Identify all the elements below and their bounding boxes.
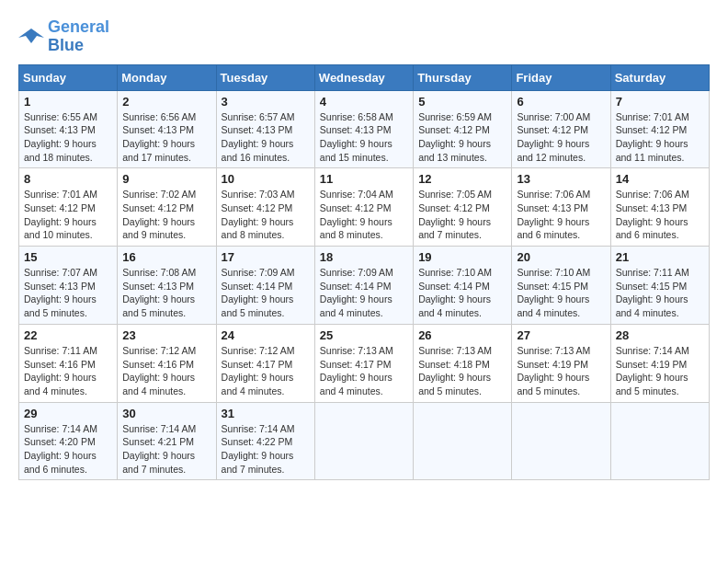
day-info: Sunrise: 7:11 AM Sunset: 4:15 PM Dayligh…	[616, 266, 704, 320]
day-info: Sunrise: 7:03 AM Sunset: 4:12 PM Dayligh…	[222, 188, 310, 242]
day-number: 4	[320, 95, 408, 109]
day-number: 22	[24, 328, 112, 342]
day-number: 18	[320, 250, 408, 264]
calendar-week-row: 22 Sunrise: 7:11 AM Sunset: 4:16 PM Dayl…	[19, 324, 710, 402]
day-info: Sunrise: 7:08 AM Sunset: 4:13 PM Dayligh…	[122, 266, 210, 320]
day-number: 29	[24, 407, 112, 420]
day-info: Sunrise: 7:01 AM Sunset: 4:12 PM Dayligh…	[24, 188, 112, 242]
calendar-cell: 30 Sunrise: 7:14 AM Sunset: 4:21 PM Dayl…	[118, 402, 216, 480]
calendar-cell: 31 Sunrise: 7:14 AM Sunset: 4:22 PM Dayl…	[216, 402, 314, 480]
day-number: 20	[517, 250, 605, 264]
calendar-cell: 4 Sunrise: 6:58 AM Sunset: 4:13 PM Dayli…	[314, 90, 413, 168]
day-number: 16	[122, 250, 210, 264]
day-number: 23	[122, 328, 210, 342]
day-number: 24	[222, 328, 310, 342]
day-info: Sunrise: 7:11 AM Sunset: 4:16 PM Dayligh…	[24, 344, 112, 398]
day-number: 14	[616, 172, 704, 186]
calendar-cell: 19 Sunrise: 7:10 AM Sunset: 4:14 PM Dayl…	[414, 247, 512, 325]
day-info: Sunrise: 7:07 AM Sunset: 4:13 PM Dayligh…	[24, 266, 112, 320]
day-info: Sunrise: 6:55 AM Sunset: 4:13 PM Dayligh…	[24, 110, 112, 165]
calendar-cell: 16 Sunrise: 7:08 AM Sunset: 4:13 PM Dayl…	[118, 247, 216, 325]
day-number: 5	[418, 95, 506, 109]
calendar-cell: 13 Sunrise: 7:06 AM Sunset: 4:13 PM Dayl…	[512, 168, 610, 247]
day-info: Sunrise: 6:57 AM Sunset: 4:13 PM Dayligh…	[222, 110, 310, 165]
calendar-cell: 23 Sunrise: 7:12 AM Sunset: 4:16 PM Dayl…	[118, 324, 216, 402]
day-info: Sunrise: 6:56 AM Sunset: 4:13 PM Dayligh…	[122, 110, 210, 165]
calendar-cell: 8 Sunrise: 7:01 AM Sunset: 4:12 PM Dayli…	[19, 168, 118, 247]
day-info: Sunrise: 7:14 AM Sunset: 4:20 PM Dayligh…	[24, 422, 112, 477]
calendar-cell	[610, 402, 709, 480]
calendar-cell	[512, 402, 610, 480]
calendar-cell: 17 Sunrise: 7:09 AM Sunset: 4:14 PM Dayl…	[216, 247, 314, 325]
calendar-cell: 1 Sunrise: 6:55 AM Sunset: 4:13 PM Dayli…	[19, 90, 118, 168]
day-number: 31	[222, 407, 310, 420]
calendar-cell: 9 Sunrise: 7:02 AM Sunset: 4:12 PM Dayli…	[118, 168, 216, 247]
calendar-cell: 26 Sunrise: 7:13 AM Sunset: 4:18 PM Dayl…	[414, 324, 512, 402]
calendar-header-row: SundayMondayTuesdayWednesdayThursdayFrid…	[19, 64, 710, 90]
header-day-sunday: Sunday	[19, 64, 118, 90]
calendar-cell: 28 Sunrise: 7:14 AM Sunset: 4:19 PM Dayl…	[610, 324, 709, 402]
logo: General Blue	[18, 18, 109, 55]
page-header: General Blue	[18, 18, 710, 55]
calendar-cell: 12 Sunrise: 7:05 AM Sunset: 4:12 PM Dayl…	[414, 168, 512, 247]
calendar-week-row: 1 Sunrise: 6:55 AM Sunset: 4:13 PM Dayli…	[19, 90, 710, 168]
day-info: Sunrise: 7:04 AM Sunset: 4:12 PM Dayligh…	[320, 188, 408, 242]
day-number: 7	[616, 95, 704, 109]
calendar-cell: 14 Sunrise: 7:06 AM Sunset: 4:13 PM Dayl…	[610, 168, 709, 247]
day-number: 8	[24, 172, 112, 186]
calendar-cell: 27 Sunrise: 7:13 AM Sunset: 4:19 PM Dayl…	[512, 324, 610, 402]
calendar-cell: 3 Sunrise: 6:57 AM Sunset: 4:13 PM Dayli…	[216, 90, 314, 168]
day-number: 21	[616, 250, 704, 264]
calendar-cell: 29 Sunrise: 7:14 AM Sunset: 4:20 PM Dayl…	[19, 402, 118, 480]
day-number: 28	[616, 328, 704, 342]
day-info: Sunrise: 7:13 AM Sunset: 4:17 PM Dayligh…	[320, 344, 408, 398]
day-number: 6	[517, 95, 605, 109]
header-day-tuesday: Tuesday	[216, 64, 314, 90]
calendar-cell: 11 Sunrise: 7:04 AM Sunset: 4:12 PM Dayl…	[314, 168, 413, 247]
calendar-cell: 22 Sunrise: 7:11 AM Sunset: 4:16 PM Dayl…	[19, 324, 118, 402]
day-number: 2	[122, 95, 210, 109]
day-info: Sunrise: 7:09 AM Sunset: 4:14 PM Dayligh…	[222, 266, 310, 320]
calendar-cell	[414, 402, 512, 480]
day-number: 13	[517, 172, 605, 186]
day-number: 19	[418, 250, 506, 264]
svg-marker-0	[18, 29, 44, 43]
calendar-week-row: 15 Sunrise: 7:07 AM Sunset: 4:13 PM Dayl…	[19, 247, 710, 325]
calendar-week-row: 29 Sunrise: 7:14 AM Sunset: 4:20 PM Dayl…	[19, 402, 710, 480]
day-info: Sunrise: 7:12 AM Sunset: 4:16 PM Dayligh…	[122, 344, 210, 398]
day-info: Sunrise: 7:10 AM Sunset: 4:14 PM Dayligh…	[418, 266, 506, 320]
day-number: 10	[222, 172, 310, 186]
calendar-week-row: 8 Sunrise: 7:01 AM Sunset: 4:12 PM Dayli…	[19, 168, 710, 247]
day-info: Sunrise: 6:59 AM Sunset: 4:12 PM Dayligh…	[418, 110, 506, 165]
day-info: Sunrise: 7:00 AM Sunset: 4:12 PM Dayligh…	[517, 110, 605, 165]
day-number: 30	[122, 407, 210, 420]
day-number: 3	[222, 95, 310, 109]
day-number: 26	[418, 328, 506, 342]
header-day-saturday: Saturday	[610, 64, 709, 90]
calendar-cell: 24 Sunrise: 7:12 AM Sunset: 4:17 PM Dayl…	[216, 324, 314, 402]
calendar-cell: 2 Sunrise: 6:56 AM Sunset: 4:13 PM Dayli…	[118, 90, 216, 168]
day-info: Sunrise: 7:12 AM Sunset: 4:17 PM Dayligh…	[222, 344, 310, 398]
day-info: Sunrise: 7:13 AM Sunset: 4:19 PM Dayligh…	[517, 344, 605, 398]
day-info: Sunrise: 7:10 AM Sunset: 4:15 PM Dayligh…	[517, 266, 605, 320]
day-number: 17	[222, 250, 310, 264]
day-info: Sunrise: 7:13 AM Sunset: 4:18 PM Dayligh…	[418, 344, 506, 398]
day-info: Sunrise: 7:14 AM Sunset: 4:19 PM Dayligh…	[616, 344, 704, 398]
calendar-cell: 6 Sunrise: 7:00 AM Sunset: 4:12 PM Dayli…	[512, 90, 610, 168]
logo-icon	[18, 27, 44, 47]
day-info: Sunrise: 7:14 AM Sunset: 4:21 PM Dayligh…	[122, 422, 210, 477]
calendar-cell: 20 Sunrise: 7:10 AM Sunset: 4:15 PM Dayl…	[512, 247, 610, 325]
day-number: 9	[122, 172, 210, 186]
calendar-cell: 25 Sunrise: 7:13 AM Sunset: 4:17 PM Dayl…	[314, 324, 413, 402]
day-info: Sunrise: 7:06 AM Sunset: 4:13 PM Dayligh…	[517, 188, 605, 242]
day-info: Sunrise: 7:05 AM Sunset: 4:12 PM Dayligh…	[418, 188, 506, 242]
header-day-thursday: Thursday	[414, 64, 512, 90]
day-number: 12	[418, 172, 506, 186]
day-info: Sunrise: 7:02 AM Sunset: 4:12 PM Dayligh…	[122, 188, 210, 242]
calendar-table: SundayMondayTuesdayWednesdayThursdayFrid…	[18, 64, 710, 481]
calendar-cell: 7 Sunrise: 7:01 AM Sunset: 4:12 PM Dayli…	[610, 90, 709, 168]
calendar-cell	[314, 402, 413, 480]
header-day-friday: Friday	[512, 64, 610, 90]
day-number: 11	[320, 172, 408, 186]
day-number: 25	[320, 328, 408, 342]
